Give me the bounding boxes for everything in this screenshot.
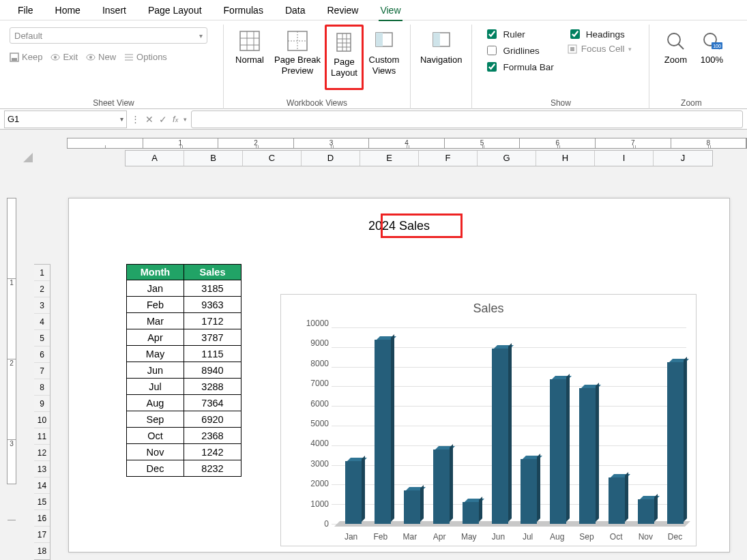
data-table[interactable]: Month Sales Jan3185Feb9363Mar1712Apr3787… [126, 264, 241, 477]
ruler-check[interactable]: Ruler [484, 27, 553, 41]
bar[interactable] [433, 450, 450, 524]
col-header-b[interactable]: B [184, 151, 243, 166]
sheet-view-select[interactable]: Default ▾ [10, 27, 207, 44]
ruler-checkbox[interactable] [487, 29, 497, 39]
bar[interactable] [463, 502, 479, 524]
col-header-i[interactable]: I [595, 151, 654, 166]
name-box[interactable]: G1 ▾ [4, 110, 127, 128]
cell-sales[interactable]: 7364 [184, 395, 241, 411]
cell-month[interactable]: Mar [127, 313, 184, 329]
table-row[interactable]: Oct2368 [127, 428, 241, 444]
column-headers[interactable]: A B C D E F G H I J [125, 150, 713, 166]
fx-icon[interactable]: fx [173, 114, 178, 124]
col-header-d[interactable]: D [302, 151, 360, 166]
th-sales[interactable]: Sales [184, 265, 241, 280]
cell-month[interactable]: Apr [127, 329, 184, 346]
row-header[interactable]: 6 [34, 347, 50, 363]
table-row[interactable]: Apr3787 [127, 329, 241, 346]
chart[interactable]: Sales 0100020003000400050006000700080009… [280, 294, 697, 546]
cell-month[interactable]: Sep [127, 411, 184, 428]
custom-views-button[interactable]: CustomViews [364, 25, 405, 90]
cell-month[interactable]: Aug [127, 395, 184, 411]
exit-button[interactable]: Exit [50, 52, 78, 62]
cell-month[interactable]: Jun [127, 362, 184, 379]
row-header[interactable]: 4 [34, 314, 50, 330]
normal-view-button[interactable]: Normal [229, 25, 270, 90]
col-header-f[interactable]: F [419, 151, 478, 166]
row-header[interactable]: 15 [34, 494, 50, 510]
cell-sales[interactable]: 2368 [184, 428, 241, 444]
cell-month[interactable]: May [127, 346, 184, 362]
menu-page-layout[interactable]: Page Layout [137, 2, 213, 18]
cell-sales[interactable]: 8232 [184, 460, 241, 477]
focus-cell-button[interactable]: Focus Cell ▾ [568, 44, 632, 54]
bar-sep[interactable] [576, 327, 599, 524]
page-layout-button[interactable]: PageLayout [325, 25, 364, 90]
row-header[interactable]: 18 [34, 543, 50, 559]
bar-feb[interactable] [372, 327, 394, 524]
cell-sales[interactable]: 1115 [184, 346, 241, 362]
headings-check[interactable]: Headings [568, 27, 632, 41]
headings-checkbox[interactable] [570, 29, 580, 39]
table-row[interactable]: Jul3288 [127, 379, 241, 395]
bar-jan[interactable] [342, 327, 365, 524]
bar-may[interactable] [459, 327, 482, 524]
bar-apr[interactable] [430, 327, 452, 524]
table-row[interactable]: Dec8232 [127, 460, 241, 477]
table-row[interactable]: Sep6920 [127, 411, 241, 428]
page-break-preview-button[interactable]: Page BreakPreview [270, 25, 325, 90]
row-header[interactable]: 10 [34, 412, 50, 428]
row-header[interactable]: 1 [34, 265, 50, 281]
row-header[interactable]: 5 [34, 330, 50, 347]
bar[interactable] [345, 461, 362, 524]
cell-month[interactable]: Feb [127, 297, 184, 313]
formula-bar-check[interactable]: Formula Bar [484, 60, 553, 74]
menu-view[interactable]: View [369, 2, 411, 18]
menu-home[interactable]: Home [44, 2, 91, 18]
formula-input[interactable] [191, 110, 743, 128]
row-header[interactable]: 7 [34, 363, 50, 379]
zoom-button[interactable]: Zoom [655, 25, 696, 90]
cell-sales[interactable]: 8940 [184, 362, 241, 379]
bar-jun[interactable] [488, 327, 511, 524]
bar-jul[interactable] [518, 327, 540, 524]
menu-file[interactable]: File [7, 2, 44, 18]
menu-review[interactable]: Review [317, 2, 370, 18]
cell-sales[interactable]: 6920 [184, 411, 241, 428]
col-header-g[interactable]: G [478, 151, 536, 166]
row-header[interactable]: 17 [34, 527, 50, 543]
table-row[interactable]: Aug7364 [127, 395, 241, 411]
cell-sales[interactable]: 1712 [184, 313, 241, 329]
bar[interactable] [492, 349, 508, 524]
menu-insert[interactable]: Insert [91, 2, 137, 18]
select-all-triangle[interactable] [20, 150, 33, 162]
th-month[interactable]: Month [127, 265, 184, 280]
cell-month[interactable]: Nov [127, 444, 184, 460]
cell-sales[interactable]: 3185 [184, 280, 241, 297]
cell-sales[interactable]: 3787 [184, 329, 241, 346]
cell-month[interactable]: Dec [127, 460, 184, 477]
bar[interactable] [609, 477, 625, 524]
cell-month[interactable]: Oct [127, 428, 184, 444]
row-header[interactable]: 13 [34, 461, 50, 477]
row-header[interactable]: 2 [34, 281, 50, 297]
bar[interactable] [550, 379, 566, 524]
options-button[interactable]: Options [124, 52, 167, 62]
bar-dec[interactable] [664, 327, 686, 524]
navigation-button[interactable]: Navigation [416, 25, 466, 90]
col-header-j[interactable]: J [654, 151, 712, 166]
row-header[interactable]: 8 [34, 379, 50, 396]
table-row[interactable]: Nov1242 [127, 444, 241, 460]
bar[interactable] [579, 388, 596, 524]
cell-sales[interactable]: 9363 [184, 297, 241, 313]
table-row[interactable]: May1115 [127, 346, 241, 362]
row-header[interactable]: 3 [34, 297, 50, 314]
row-header[interactable]: 11 [34, 428, 50, 445]
col-header-e[interactable]: E [360, 151, 419, 166]
col-header-a[interactable]: A [126, 151, 184, 166]
cancel-icon[interactable]: ✕ [145, 114, 153, 125]
gridlines-check[interactable]: Gridlines [484, 44, 553, 57]
cell-sales[interactable]: 1242 [184, 444, 241, 460]
bar-mar[interactable] [401, 327, 424, 524]
row-header[interactable]: 12 [34, 445, 50, 461]
